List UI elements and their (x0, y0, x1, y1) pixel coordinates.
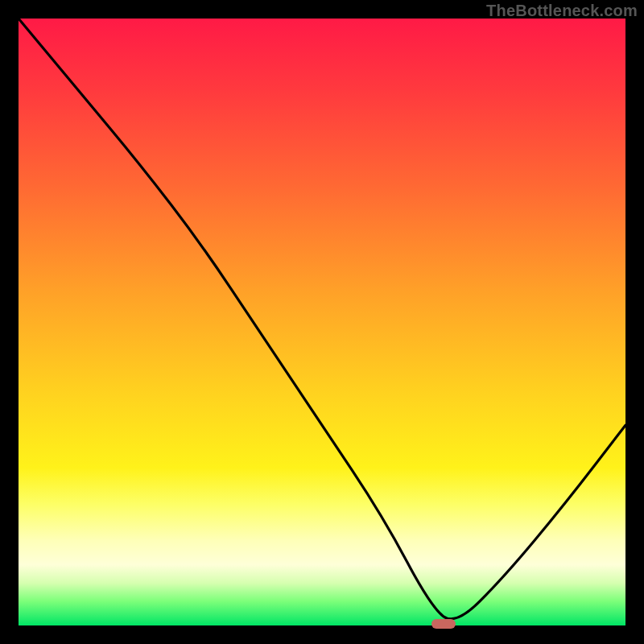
chart-frame: TheBottleneck.com (0, 0, 644, 644)
bottleneck-curve (19, 19, 625, 625)
optimal-marker (431, 619, 456, 629)
plot-area (19, 19, 625, 625)
watermark-text: TheBottleneck.com (486, 2, 638, 20)
